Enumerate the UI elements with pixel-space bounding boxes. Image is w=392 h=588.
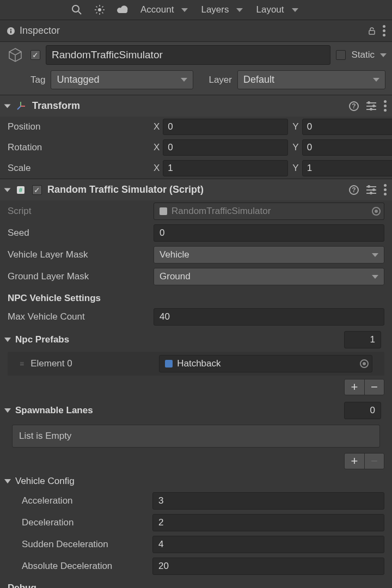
foldout-icon [4,408,11,413]
ground-layer-mask-label: Ground Layer Mask [8,271,149,282]
ground-layer-mask-dropdown[interactable]: Ground [154,268,384,285]
absolute-deceleration-row: Absolute Deceleration [0,555,392,577]
svg-rect-12 [10,30,11,33]
script-label: Script [8,206,149,217]
vehicle-layer-mask-row: Vehicle Layer Mask Vehicle [0,244,392,266]
rotation-label: Rotation [8,142,149,153]
sudden-decel-input[interactable] [152,536,384,553]
npc-settings-heading: NPC Vehicle Settings [0,287,392,306]
add-element-button[interactable]: + [345,379,364,395]
kebab-icon[interactable] [384,100,387,112]
npc-prefabs-label: Npc Prefabs [15,334,69,345]
help-icon[interactable]: ? [349,101,359,111]
scale-y-input[interactable] [302,160,392,176]
element-0-object-field[interactable]: Hatchback [159,355,372,372]
npc-prefab-element-0: ≡ Element 0 Hatchback [8,352,384,376]
chevron-down-icon [292,8,298,12]
vehicle-config-heading: Vehicle Config [15,476,75,487]
npc-prefabs-size-input[interactable] [344,331,381,348]
scale-x-input[interactable] [163,160,288,176]
element-0-value: Hatchback [177,358,220,369]
info-icon [7,27,15,35]
chevron-down-icon [236,8,243,12]
layout-dropdown[interactable]: Layout [250,2,303,17]
script-component-header[interactable]: # ✓ Random Traffic Simulator (Script) ? [0,179,392,200]
npc-prefabs-foldout[interactable]: Npc Prefabs [0,328,392,352]
absolute-decel-input[interactable] [152,558,384,575]
script-title: Random Traffic Simulator (Script) [47,184,204,195]
drag-handle-icon[interactable]: ≡ [20,359,25,368]
layer-dropdown[interactable]: Default [237,70,385,89]
object-picker-icon[interactable] [372,207,381,216]
position-y-input[interactable] [302,119,392,135]
ground-layer-mask-row: Ground Layer Mask Ground [0,266,392,287]
kebab-icon[interactable] [384,184,387,195]
preset-icon[interactable] [366,101,376,111]
chevron-down-icon [372,253,378,257]
help-icon[interactable]: ? [349,185,359,195]
foldout-icon [4,338,11,342]
svg-rect-13 [10,29,11,30]
layer-value: Default [243,74,274,85]
enabled-checkbox[interactable]: ✓ [30,50,40,60]
search-icon[interactable] [66,2,87,17]
position-x-input[interactable] [163,119,288,135]
cloud-icon[interactable] [112,2,133,17]
max-vehicle-count-label: Max Vehicle Count [8,311,149,322]
account-label: Account [140,4,174,15]
seed-label: Seed [8,228,149,238]
chevron-down-icon [373,78,379,82]
vehicle-config-foldout[interactable]: Vehicle Config [0,473,392,490]
gameobject-name-input[interactable] [46,45,330,65]
svg-line-1 [78,11,81,14]
lock-icon[interactable] [367,27,376,35]
gameobject-icon[interactable] [5,45,25,65]
svg-line-9 [96,13,97,14]
inspector-title: Inspector [20,25,60,36]
spawnable-lanes-foldout[interactable]: Spawnable Lanes [0,399,392,422]
element-0-label: Element 0 [30,358,154,369]
absolute-decel-label: Absolute Deceleration [22,561,148,572]
svg-point-0 [72,5,79,12]
svg-line-10 [102,7,103,8]
component-enabled-checkbox[interactable]: ✓ [32,185,42,195]
spawnable-lanes-size-input[interactable] [344,402,381,419]
debug-heading: Debug [0,577,392,588]
layout-label: Layout [256,4,284,15]
kebab-icon[interactable] [383,25,385,36]
rotation-x-input[interactable] [163,139,288,156]
seed-input[interactable] [154,224,384,242]
vehicle-layer-mask-dropdown[interactable]: Vehicle [154,246,384,264]
script-field-row: Script RandomTrafficSimulator [0,200,392,222]
acceleration-input[interactable] [152,492,384,510]
static-checkbox[interactable] [336,50,346,60]
layers-dropdown[interactable]: Layers [195,2,248,17]
tag-label: Tag [30,75,45,85]
sudden-deceleration-row: Sudden Deceleration [0,534,392,555]
tag-dropdown[interactable]: Untagged [51,70,193,89]
add-element-button[interactable]: + [345,454,364,469]
spawnable-lanes-label: Spawnable Lanes [15,405,93,416]
light-icon[interactable] [89,2,110,17]
top-toolbar: Account Layers Layout [0,0,392,20]
remove-element-button[interactable]: − [364,379,384,395]
chevron-down-icon [372,275,378,279]
account-dropdown[interactable]: Account [135,2,193,17]
acceleration-row: Acceleration [0,490,392,512]
static-dropdown-caret[interactable] [380,53,387,57]
script-asset-icon [160,207,167,215]
transform-header[interactable]: Transform ? [0,95,392,117]
preset-icon[interactable] [366,185,376,195]
sudden-decel-label: Sudden Deceleration [22,539,148,550]
foldout-icon [4,104,11,108]
max-vehicle-count-input[interactable] [154,308,384,326]
object-picker-icon[interactable] [360,359,369,368]
deceleration-input[interactable] [152,514,384,531]
rotation-y-input[interactable] [302,139,392,156]
foldout-icon [4,479,11,483]
prefab-icon [165,360,173,367]
scale-label: Scale [8,163,149,174]
foldout-icon [4,188,11,192]
tag-value: Untagged [57,74,99,85]
remove-element-button: − [364,454,384,469]
